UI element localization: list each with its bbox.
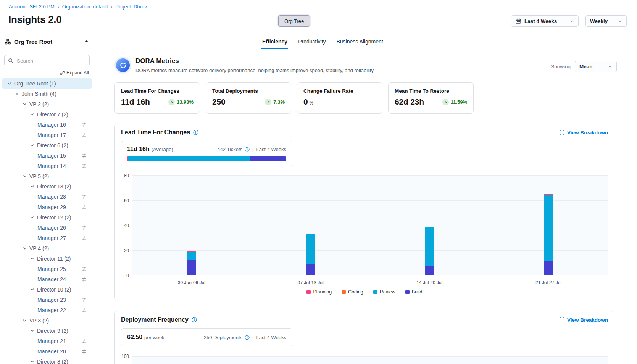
info-icon[interactable] <box>192 317 197 322</box>
tree-item-vp-4-2-[interactable]: VP 4 (2) <box>2 243 92 253</box>
org-tree-button[interactable]: Org Tree <box>278 15 310 27</box>
tree-item-manager-29[interactable]: Manager 29 <box>2 202 92 212</box>
legend-item-build[interactable]: Build <box>405 289 423 295</box>
tree-item-vp-3-2-[interactable]: VP 3 (2) <box>2 315 92 325</box>
filters-sliders-icon[interactable] <box>81 266 87 272</box>
tree-item-manager-26[interactable]: Manager 26 <box>2 222 92 233</box>
tree-item-director-8-2-[interactable]: Director 8 (2) <box>2 356 92 364</box>
tree-item-vp-5-2-[interactable]: VP 5 (2) <box>2 171 92 181</box>
bar-segment-build <box>187 260 196 275</box>
chevron-down-icon[interactable] <box>22 318 27 323</box>
chevron-down-icon[interactable] <box>30 287 35 292</box>
legend-item-review[interactable]: Review <box>373 289 395 295</box>
tab-business-alignment[interactable]: Business Alignment <box>337 34 383 49</box>
tree-item-manager-22[interactable]: Manager 22 <box>2 305 92 315</box>
chevron-up-icon[interactable] <box>84 39 89 44</box>
metric-card-total-deployments: Total Deployments250↗7.3% <box>206 82 291 114</box>
breadcrumb-link[interactable]: Project: Dhruv <box>115 4 147 10</box>
tree-item-director-9-2-[interactable]: Director 9 (2) <box>2 325 92 336</box>
tree-item-director-6-2-[interactable]: Director 6 (2) <box>2 140 92 150</box>
filters-sliders-icon[interactable] <box>81 132 87 138</box>
sidebar-search <box>4 55 90 66</box>
tree-item-manager-21[interactable]: Manager 21 <box>2 336 92 346</box>
tree-item-manager-24[interactable]: Manager 24 <box>2 274 92 284</box>
tree-item-label: Manager 21 <box>37 338 66 344</box>
chevron-down-icon[interactable] <box>30 328 35 333</box>
org-chart-icon <box>5 39 11 45</box>
filters-sliders-icon[interactable] <box>81 163 87 169</box>
info-icon[interactable] <box>245 147 250 152</box>
tree-item-director-12-2-[interactable]: Director 12 (2) <box>2 212 92 222</box>
tree-item-manager-17[interactable]: Manager 17 <box>2 130 92 140</box>
tree-item-manager-15[interactable]: Manager 15 <box>2 150 92 161</box>
tab-efficiency[interactable]: Efficiency <box>262 34 287 49</box>
filters-sliders-icon[interactable] <box>81 277 87 282</box>
lead-time-summary-card: 11d 16h (Average) 442 Tickets | Last 4 W… <box>121 141 292 166</box>
filters-sliders-icon[interactable] <box>81 338 87 344</box>
chevron-down-icon[interactable] <box>22 101 27 106</box>
deployment-rate-suffix: per week <box>144 335 164 340</box>
lead-time-view-breakdown[interactable]: View Breakdown <box>560 130 608 135</box>
tree-item-manager-28[interactable]: Manager 28 <box>2 192 92 202</box>
info-icon[interactable] <box>245 335 250 340</box>
legend-swatch <box>373 290 377 294</box>
deployment-rate-value: 62.50 <box>127 334 142 341</box>
tree-item-manager-16[interactable]: Manager 16 <box>2 119 92 130</box>
chevron-down-icon[interactable] <box>7 81 12 86</box>
top-header: Account: SEI 2.0 PM›Organization: defaul… <box>0 0 637 34</box>
breadcrumb-link[interactable]: Organization: default <box>62 4 108 10</box>
bar-segment-build <box>306 264 315 275</box>
interval-select[interactable]: Weekly <box>585 15 627 27</box>
deployment-view-breakdown[interactable]: View Breakdown <box>560 317 608 323</box>
trend-down-icon: ↘ <box>168 99 175 105</box>
filters-sliders-icon[interactable] <box>81 308 87 313</box>
chevron-down-icon[interactable] <box>30 215 35 220</box>
filters-sliders-icon[interactable] <box>81 205 87 210</box>
tree-item-manager-14[interactable]: Manager 14 <box>2 161 92 171</box>
tab-bar: EfficiencyProductivityBusiness Alignment <box>94 34 637 49</box>
filters-sliders-icon[interactable] <box>81 235 87 241</box>
filters-sliders-icon[interactable] <box>81 153 87 158</box>
search-input[interactable] <box>4 55 90 66</box>
filters-sliders-icon[interactable] <box>81 194 87 200</box>
showing-select[interactable]: Mean <box>575 61 617 72</box>
tree-item-director-7-2-[interactable]: Director 7 (2) <box>2 109 92 119</box>
chevron-down-icon[interactable] <box>15 91 19 96</box>
chevron-down-icon[interactable] <box>22 246 27 251</box>
expand-all-button[interactable]: Expand All <box>0 70 89 76</box>
chevron-down-icon[interactable] <box>30 359 35 364</box>
tree-item-director-11-2-[interactable]: Director 11 (2) <box>2 253 92 264</box>
filters-sliders-icon[interactable] <box>81 122 87 127</box>
tree-item-manager-25[interactable]: Manager 25 <box>2 264 92 274</box>
tree-item-director-10-2-[interactable]: Director 10 (2) <box>2 284 92 295</box>
chevron-down-icon[interactable] <box>30 184 35 189</box>
tree-item-vp-2-2-[interactable]: VP 2 (2) <box>2 99 92 109</box>
tree-item-manager-23[interactable]: Manager 23 <box>2 295 92 305</box>
info-icon[interactable] <box>193 130 198 135</box>
lead-time-panel: Lead Time For Changes View Breakdown 11d… <box>114 124 614 300</box>
date-range-select[interactable]: Last 4 Weeks <box>511 15 579 27</box>
tab-productivity[interactable]: Productivity <box>298 34 326 49</box>
legend-item-coding[interactable]: Coding <box>342 289 363 295</box>
legend-item-planning[interactable]: Planning <box>306 289 332 295</box>
tree-item-director-13-2-[interactable]: Director 13 (2) <box>2 181 92 192</box>
interval-value: Weekly <box>590 18 608 24</box>
deployment-title: Deployment Frequency <box>121 316 189 323</box>
metric-value: 0% <box>303 97 313 106</box>
filters-sliders-icon[interactable] <box>81 297 87 303</box>
tree-item-label: Director 12 (2) <box>37 214 71 221</box>
chevron-down-icon[interactable] <box>30 112 35 117</box>
tree-item-org-tree-root-1-[interactable]: Org Tree Root (1) <box>2 78 92 89</box>
chevron-down-icon[interactable] <box>30 256 35 261</box>
dora-cycle-icon <box>116 58 130 72</box>
tree-item-manager-20[interactable]: Manager 20 <box>2 346 92 356</box>
filters-sliders-icon[interactable] <box>81 225 87 230</box>
chevron-down-icon[interactable] <box>22 174 27 179</box>
deployment-summary-card: 62.50 per week 250 Deployments | Last 4 … <box>121 328 292 346</box>
filters-sliders-icon[interactable] <box>81 349 87 354</box>
tree-item-manager-27[interactable]: Manager 27 <box>2 233 92 243</box>
tree-item-john-smith-4-[interactable]: John Smith (4) <box>2 89 92 99</box>
breadcrumb-link[interactable]: Account: SEI 2.0 PM <box>9 4 55 10</box>
chevron-down-icon[interactable] <box>30 143 35 148</box>
tree-item-label: Director 6 (2) <box>37 142 68 148</box>
